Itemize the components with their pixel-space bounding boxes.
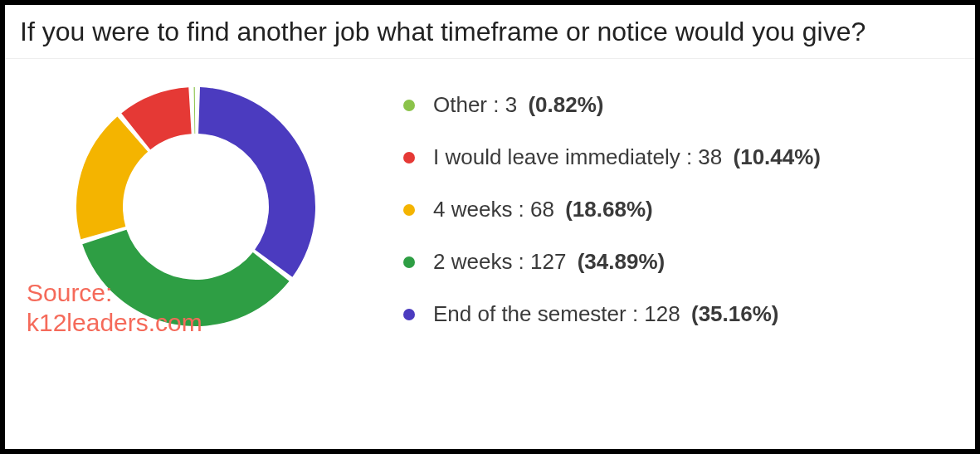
- donut-slice: [194, 87, 196, 134]
- legend-item: I would leave immediately : 38 (10.44%): [403, 144, 950, 170]
- legend-percent: (0.82%): [528, 92, 603, 118]
- legend-label: 4 weeks : 68: [433, 197, 560, 222]
- source-prefix: Source:: [27, 279, 112, 306]
- source-name: k12leaders.com: [27, 309, 202, 336]
- source-attribution: Source: k12leaders.com: [27, 278, 202, 338]
- title-row: If you were to find another job what tim…: [5, 5, 975, 59]
- legend-label: Other : 3: [433, 92, 523, 118]
- legend-percent: (34.89%): [578, 249, 666, 275]
- chart-content: Source: k12leaders.com Other : 3 (0.82%)…: [5, 59, 975, 449]
- legend-percent: (10.44%): [734, 144, 822, 170]
- legend-percent: (18.68%): [565, 197, 653, 222]
- legend-percent: (35.16%): [691, 301, 779, 327]
- legend-bullet-icon: [403, 204, 415, 216]
- legend-item: 4 weeks : 68 (18.68%): [403, 197, 950, 222]
- legend-bullet-icon: [403, 309, 415, 320]
- legend-label: 2 weeks : 127: [433, 249, 573, 275]
- legend-label: End of the semester : 128: [433, 301, 686, 327]
- chart-column: Source: k12leaders.com: [22, 67, 370, 339]
- legend-bullet-icon: [403, 152, 415, 164]
- legend-item: End of the semester : 128 (35.16%): [403, 301, 950, 327]
- donut-slice: [198, 87, 315, 277]
- legend-bullet-icon: [403, 256, 415, 268]
- legend: Other : 3 (0.82%) I would leave immediat…: [370, 67, 950, 354]
- chart-frame: If you were to find another job what tim…: [5, 5, 975, 449]
- legend-item: Other : 3 (0.82%): [403, 92, 950, 118]
- legend-label: I would leave immediately : 38: [433, 144, 729, 170]
- legend-item: 2 weeks : 127 (34.89%): [403, 249, 950, 275]
- legend-bullet-icon: [403, 100, 415, 111]
- chart-title: If you were to find another job what tim…: [20, 15, 960, 48]
- donut-slice: [76, 116, 148, 239]
